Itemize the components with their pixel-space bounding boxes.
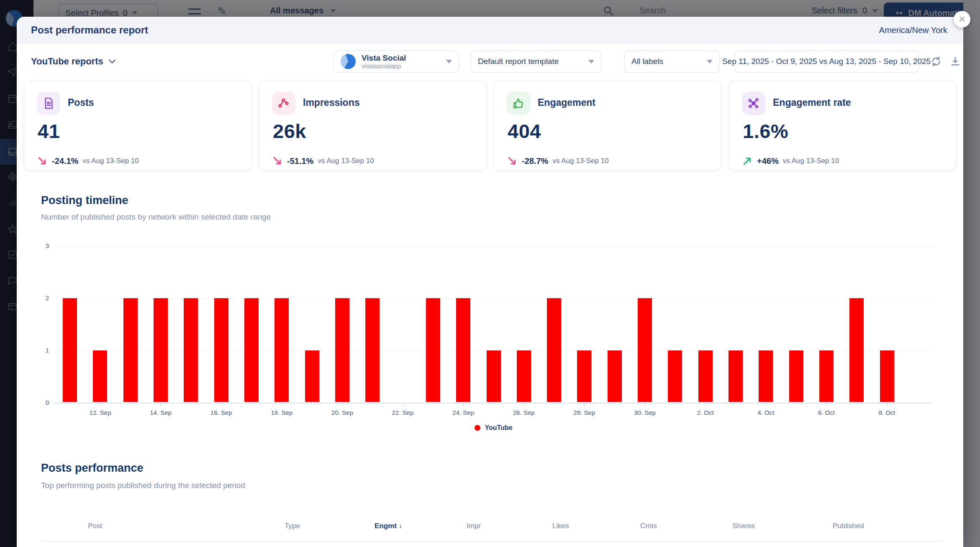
timeline-bar-sep-20 xyxy=(335,298,349,402)
timeline-bar-sep-16 xyxy=(214,298,228,402)
gridline-y3 xyxy=(55,246,932,246)
report-type-label: YouTube reports xyxy=(31,56,103,67)
timeline-bar-oct-7 xyxy=(849,298,864,402)
labels-value: All labels xyxy=(631,57,663,66)
posting-timeline-title: Posting timeline xyxy=(41,194,128,207)
column-header-type[interactable]: Type xyxy=(285,522,300,530)
timeline-bar-oct-4 xyxy=(759,350,773,402)
modal-header: Post performance report America/New York xyxy=(17,17,963,43)
column-header-engmt[interactable]: Engmt ↓ xyxy=(375,522,402,530)
x-axis-tick xyxy=(705,404,706,406)
x-axis-label: 30. Sep xyxy=(620,409,670,416)
column-header-published[interactable]: Published xyxy=(833,522,864,530)
x-axis-label: 16. Sep xyxy=(196,409,246,416)
x-axis-tick xyxy=(584,404,585,406)
page: Select Profiles 0 ✎ All messages Search … xyxy=(0,0,980,547)
y-axis-label: 2 xyxy=(39,294,49,302)
column-header-likes[interactable]: Likes xyxy=(552,522,569,530)
metric-card-posts: Posts 41 -24.1% vs Aug 13-Sep 10 xyxy=(24,81,251,171)
report-template-value: Default report template xyxy=(478,57,559,66)
x-axis-label: 26. Sep xyxy=(499,409,549,416)
legend-label: YouTube xyxy=(485,424,512,432)
report-template-selector[interactable]: Default report template xyxy=(471,50,601,73)
x-axis-tick xyxy=(100,404,100,406)
x-axis-label: 6. Oct xyxy=(801,409,852,416)
x-axis-label: 2. Oct xyxy=(680,409,731,416)
timeline-bar-sep-14 xyxy=(154,298,168,402)
labels-selector[interactable]: All labels xyxy=(624,50,720,73)
timeline-bar-sep-26 xyxy=(517,350,531,402)
metric-delta: -28.7% xyxy=(522,156,548,166)
download-icon[interactable] xyxy=(949,55,962,68)
x-axis-tick xyxy=(826,404,827,406)
chevron-down-icon xyxy=(108,59,116,64)
timeline-bar-oct-1 xyxy=(668,350,682,402)
posts-performance-subtitle: Top performing posts published during th… xyxy=(41,481,245,490)
timeline-bar-oct-2 xyxy=(698,350,713,402)
column-header-shares[interactable]: Shares xyxy=(732,522,755,530)
metric-delta: -51.1% xyxy=(287,156,313,166)
trend-down-icon xyxy=(37,156,48,166)
chart-legend[interactable]: YouTube xyxy=(55,424,932,432)
metric-value: 41 xyxy=(38,120,60,143)
close-icon[interactable]: ✕ xyxy=(954,11,970,28)
metric-value: 404 xyxy=(508,120,541,143)
date-range-picker[interactable]: Sep 11, 2025 - Oct 9, 2025 vs Aug 13, 20… xyxy=(734,50,918,73)
column-header-post[interactable]: Post xyxy=(88,522,102,530)
metric-compare: vs Aug 13-Sep 10 xyxy=(82,157,139,165)
gridline-y0 xyxy=(55,403,932,404)
timeline-bar-sep-28 xyxy=(577,350,591,402)
sort-desc-icon: ↓ xyxy=(399,522,403,530)
avatar xyxy=(341,54,356,69)
timeline-bar-sep-25 xyxy=(487,350,501,402)
metric-delta: +46% xyxy=(757,156,779,166)
legend-dot-youtube xyxy=(475,425,480,431)
x-axis-tick xyxy=(161,404,161,406)
x-axis-tick xyxy=(221,404,222,406)
chevron-down-icon xyxy=(446,60,452,64)
impressions-icon xyxy=(272,92,295,115)
x-axis-tick xyxy=(524,404,524,406)
column-header-cmts[interactable]: Cmts xyxy=(640,522,657,530)
y-axis-label: 1 xyxy=(39,347,49,354)
profile-name: Vista Social xyxy=(362,54,406,62)
x-axis-label: 24. Sep xyxy=(438,409,488,416)
x-axis-label: 28. Sep xyxy=(559,409,609,416)
posts-performance-title: Posts performance xyxy=(41,462,144,475)
x-axis-tick xyxy=(645,404,645,406)
x-axis-tick xyxy=(403,404,403,406)
table-divider xyxy=(41,541,942,542)
timeline-bar-sep-12 xyxy=(93,350,107,402)
column-header-impr[interactable]: Impr xyxy=(467,522,481,530)
timeline-bar-sep-11 xyxy=(63,298,77,402)
refresh-icon[interactable] xyxy=(930,55,942,68)
timeline-bar-oct-5 xyxy=(789,350,803,402)
metric-label: Engagement rate xyxy=(773,97,851,108)
metric-card-engagement-rate: Engagement rate 1.6% +46% vs Aug 13-Sep … xyxy=(729,81,957,171)
y-axis-label: 0 xyxy=(39,399,49,406)
timeline-bar-sep-23 xyxy=(426,298,440,402)
timeline-bar-sep-19 xyxy=(305,350,319,402)
trend-down-icon xyxy=(507,156,518,166)
timeline-bar-sep-21 xyxy=(365,298,380,402)
timeline-bar-sep-30 xyxy=(638,298,652,402)
x-axis-tick xyxy=(887,404,888,406)
chevron-down-icon xyxy=(588,60,594,64)
x-axis-label: 8. Oct xyxy=(862,409,912,416)
timeline-bar-sep-29 xyxy=(608,350,622,402)
timeline-bar-sep-24 xyxy=(456,298,470,402)
timeline-bar-sep-17 xyxy=(244,298,259,402)
x-axis-tick xyxy=(463,404,464,406)
profile-selector[interactable]: Vista Social vistasocialapp xyxy=(334,50,459,73)
metric-value: 1.6% xyxy=(743,120,788,143)
timeline-bar-oct-3 xyxy=(729,350,743,402)
engagement-icon xyxy=(507,92,530,115)
report-type-dropdown[interactable]: YouTube reports xyxy=(31,56,116,67)
metric-label: Impressions xyxy=(303,97,360,108)
y-axis-label: 3 xyxy=(39,242,49,249)
x-axis-tick xyxy=(766,404,766,406)
engagement-rate-icon xyxy=(742,92,765,115)
x-axis-label: 22. Sep xyxy=(378,409,428,416)
metric-card-impressions: Impressions 26k -51.1% vs Aug 13-Sep 10 xyxy=(259,81,487,171)
trend-down-icon xyxy=(272,156,283,166)
